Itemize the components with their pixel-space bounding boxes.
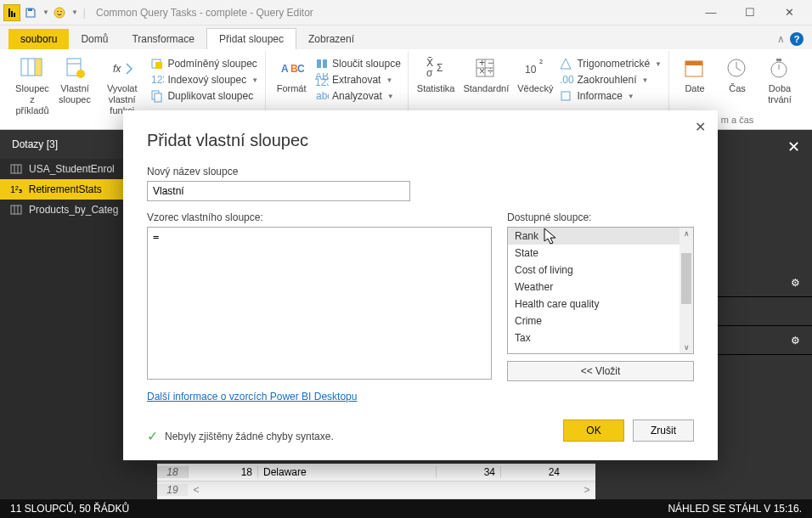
custom-column-button[interactable]: Vlastní sloupec [54, 53, 95, 123]
rounding-button[interactable]: .00Zaokrouhlení▼ [558, 72, 663, 87]
tab-file[interactable]: souboru [8, 29, 69, 49]
svg-rect-16 [155, 62, 162, 69]
formula-label: Vzorec vlastního sloupce: [147, 211, 492, 223]
qat-sep: | [83, 7, 86, 19]
minimize-button[interactable]: — [691, 0, 730, 25]
svg-text:Σ: Σ [437, 62, 443, 74]
close-button[interactable]: ✕ [770, 0, 809, 25]
smiley-icon[interactable] [51, 4, 68, 21]
column-from-examples-button[interactable]: Sloupec z příkladů [12, 53, 53, 123]
ribbon-tabs: souboru Domů Transformace Přidat sloupec… [0, 25, 812, 49]
svg-rect-2 [14, 13, 15, 17]
list-item[interactable]: Crime [508, 312, 679, 329]
svg-rect-24 [323, 59, 327, 68]
svg-rect-3 [28, 8, 32, 11]
list-item[interactable]: Rank [508, 228, 679, 245]
list-item[interactable]: Cost of living [508, 262, 679, 279]
available-columns-label: Dostupné sloupce: [507, 211, 694, 223]
tab-view[interactable]: Zobrazení [296, 29, 366, 49]
save-icon[interactable] [22, 4, 39, 21]
insert-button[interactable]: << Vložit [507, 361, 694, 381]
status-right: NÁHLED SE STÁHL V 15:16. [668, 503, 802, 515]
available-columns-list[interactable]: Rank State Cost of living Weather Health… [507, 227, 694, 354]
svg-rect-50 [11, 165, 21, 173]
list-item[interactable]: Health care quality [508, 296, 679, 312]
list-scrollbar[interactable]: ∧ ∨ [679, 228, 693, 353]
titlebar: ▼ ▼ | Common Query Tasks - complete - Qu… [0, 0, 812, 25]
svg-text:²: ² [539, 57, 543, 69]
gear-icon[interactable]: ⚙ [791, 277, 800, 289]
duplicate-column-button[interactable]: Duplikovat sloupec [149, 88, 260, 104]
dialog-title: Přidat vlastní sloupec [147, 131, 694, 150]
svg-rect-53 [11, 206, 21, 214]
info-button[interactable]: Informace▼ [558, 88, 663, 104]
window-title: Common Query Tasks - complete - Query Ed… [96, 7, 313, 19]
svg-rect-1 [11, 11, 13, 17]
conditional-column-button[interactable]: Podmíněný sloupec [149, 56, 260, 71]
merge-columns-button[interactable]: Sloučit sloupce [313, 56, 403, 71]
svg-rect-19 [155, 93, 161, 102]
svg-rect-10 [35, 59, 42, 76]
new-name-input[interactable] [147, 181, 410, 201]
smiley-dropdown-icon[interactable]: ▼ [71, 8, 78, 16]
ribbon-collapse-icon[interactable]: ∧ [777, 33, 785, 45]
svg-line-46 [736, 68, 741, 70]
save-dropdown-icon[interactable]: ▼ [42, 8, 49, 16]
svg-text:.00: .00 [560, 74, 573, 86]
svg-text:10: 10 [525, 64, 537, 76]
status-bar: 11 SLOUPCŮ, 50 ŘÁDKŮ NÁHLED SE STÁHL V 1… [0, 499, 812, 518]
trig-button[interactable]: Trigonometrické▼ [558, 56, 663, 71]
list-item[interactable]: Tax [508, 329, 679, 346]
svg-point-6 [60, 10, 62, 12]
svg-point-13 [76, 70, 85, 78]
index-column-button[interactable]: 123Indexový sloupec▼ [149, 72, 260, 87]
tab-home[interactable]: Domů [69, 29, 120, 49]
scroll-up-icon[interactable]: ∧ [684, 228, 690, 238]
svg-text:×: × [479, 65, 485, 77]
svg-rect-41 [561, 92, 570, 100]
tab-add-column[interactable]: Přidat sloupec [206, 28, 296, 49]
quick-access-toolbar: ▼ ▼ | [3, 4, 89, 21]
list-item[interactable]: State [508, 245, 679, 262]
parse-button[interactable]: abcAnalyzovat▼ [313, 88, 403, 104]
properties-close-icon[interactable]: ✕ [787, 138, 800, 156]
svg-text:σ: σ [426, 67, 433, 79]
gear-icon[interactable]: ⚙ [791, 335, 800, 346]
svg-point-5 [57, 10, 59, 12]
svg-rect-43 [685, 61, 702, 65]
check-icon: ✓ [147, 428, 158, 444]
tab-transform[interactable]: Transformace [120, 29, 206, 49]
svg-text:123: 123 [315, 76, 329, 87]
duration-button[interactable]: Doba trvání [759, 53, 800, 113]
svg-text:abc: abc [316, 90, 329, 102]
cancel-button[interactable]: Zrušit [633, 419, 694, 442]
dialog-close-icon[interactable]: ✕ [695, 119, 706, 135]
table-row[interactable]: 18 18 Delaware 34 24 [157, 464, 595, 481]
scrollbar-row[interactable]: 19 < > [157, 481, 595, 499]
status-left: 11 SLOUPCŮ, 50 ŘÁDKŮ [10, 503, 129, 515]
time-button[interactable]: Čas [717, 53, 758, 113]
add-custom-column-dialog: ✕ Přidat vlastní sloupec Nový název slou… [123, 110, 718, 460]
learn-more-link[interactable]: Další informace o vzorcích Power BI Desk… [147, 391, 357, 403]
svg-text:A: A [281, 63, 289, 75]
svg-text:123: 123 [151, 74, 164, 86]
svg-text:C: C [297, 63, 304, 75]
date-button[interactable]: Date [674, 53, 715, 113]
svg-text:÷: ÷ [488, 65, 493, 77]
svg-rect-23 [317, 59, 321, 68]
svg-text:fx: fx [113, 63, 121, 75]
extract-button[interactable]: ABC123Extrahovat▼ [313, 72, 403, 87]
formula-input[interactable]: = [147, 227, 492, 380]
maximize-button[interactable]: ☐ [730, 0, 770, 25]
new-name-label: Nový název sloupce [147, 166, 694, 177]
help-icon[interactable]: ? [790, 32, 804, 46]
svg-point-4 [54, 8, 65, 18]
app-icon [3, 4, 20, 21]
svg-rect-0 [8, 8, 10, 17]
ok-button[interactable]: OK [563, 419, 624, 442]
scroll-down-icon[interactable]: ∨ [684, 343, 690, 353]
list-item[interactable]: Weather [508, 279, 679, 296]
svg-rect-48 [776, 59, 781, 61]
